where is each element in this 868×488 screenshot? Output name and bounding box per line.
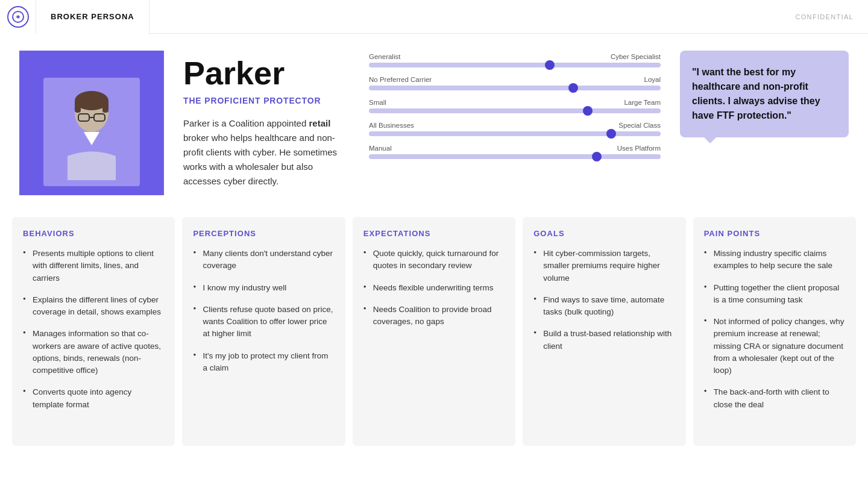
slider-thumb-4 [606, 129, 616, 139]
confidential-label: CONFIDENTIAL [795, 13, 854, 20]
behaviors-list: Presents multiple options to client with… [23, 248, 164, 411]
slider-labels-5: Manual Uses Platform [369, 145, 661, 152]
slider-track-4 [369, 131, 661, 136]
goals-card: GOALS Hit cyber-commission targets, smal… [523, 217, 685, 446]
list-item: Needs flexible underwriting terms [363, 282, 505, 294]
list-item: Clients refuse quote based on price, wan… [193, 304, 334, 340]
slider-right-2: Loyal [644, 76, 661, 83]
list-item: It's my job to protect my client from a … [193, 350, 334, 375]
list-item: The back-and-forth with client to close … [704, 386, 845, 411]
expectations-card: EXPECTATIONS Quote quickly, quick turnar… [353, 217, 515, 446]
slider-right-1: Cyber Specialist [611, 53, 661, 60]
slider-thumb-1 [545, 60, 555, 70]
slider-labels-3: Small Large Team [369, 99, 661, 106]
behaviors-title: BEHAVIORS [23, 229, 164, 238]
slider-labels-4: All Businesses Special Class [369, 122, 661, 129]
header-title: BROKER PERSONA [51, 12, 134, 21]
persona-description: Parker is a Coalition appointed retail b… [183, 116, 338, 189]
slider-row-5: Manual Uses Platform [369, 145, 661, 159]
cards-row: BEHAVIORS Presents multiple options to c… [0, 207, 868, 458]
slider-labels-1: Generalist Cyber Specialist [369, 53, 661, 60]
list-item: Explains the different lines of cyber co… [23, 294, 164, 319]
slider-left-3: Small [369, 99, 386, 106]
logo-icon [7, 6, 29, 28]
list-item: Hit cyber-commission targets, smaller pr… [533, 248, 675, 284]
slider-row-3: Small Large Team [369, 99, 661, 113]
hero-section: Parker THE PROFICIENT PROTECTOR Parker i… [0, 34, 868, 207]
list-item: Not informed of policy changes, why prem… [704, 316, 845, 377]
pain-points-card: PAIN POINTS Missing industry specific cl… [693, 217, 856, 446]
list-item: Many clients don't understand cyber cove… [193, 248, 334, 272]
slider-thumb-2 [568, 83, 578, 93]
perceptions-list: Many clients don't understand cyber cove… [193, 248, 334, 374]
svg-rect-5 [102, 101, 108, 113]
slider-right-3: Large Team [624, 99, 661, 106]
persona-subtitle: THE PROFICIENT PROTECTOR [183, 96, 338, 105]
slider-thumb-3 [583, 106, 593, 116]
quote-bubble: "I want the best for my healthcare and n… [680, 51, 849, 137]
logo-area [0, 0, 36, 34]
slider-track-5 [369, 154, 661, 159]
slider-right-5: Uses Platform [617, 145, 661, 152]
slider-left-5: Manual [369, 145, 392, 152]
svg-point-1 [17, 16, 19, 18]
expectations-title: EXPECTATIONS [363, 229, 505, 238]
slider-row-4: All Businesses Special Class [369, 122, 661, 136]
list-item: I know my industry well [193, 282, 334, 294]
list-item: Manages information so that co-workers a… [23, 328, 164, 377]
behaviors-card: BEHAVIORS Presents multiple options to c… [12, 217, 175, 446]
list-item: Putting together the client proposal is … [704, 282, 845, 307]
slider-track-3 [369, 108, 661, 113]
slider-left-2: No Preferred Carrier [369, 76, 432, 83]
slider-labels-2: No Preferred Carrier Loyal [369, 76, 661, 83]
svg-rect-4 [75, 101, 81, 113]
pain-points-list: Missing industry specific claims example… [704, 248, 845, 411]
persona-photo [19, 51, 164, 195]
pain-points-title: PAIN POINTS [704, 229, 845, 238]
slider-row-1: Generalist Cyber Specialist [369, 53, 661, 67]
perceptions-title: PERCEPTIONS [193, 229, 334, 238]
list-item: Build a trust-based relationship with cl… [533, 328, 675, 352]
list-item: Quote quickly, quick turnaround for quot… [363, 248, 505, 272]
slider-right-4: Special Class [618, 122, 661, 129]
persona-name: Parker [183, 55, 338, 91]
sliders-section: Generalist Cyber Specialist No Preferred… [357, 51, 673, 167]
list-item: Presents multiple options to client with… [23, 248, 164, 284]
slider-row-2: No Preferred Carrier Loyal [369, 76, 661, 90]
expectations-list: Quote quickly, quick turnaround for quot… [363, 248, 505, 328]
slider-left-4: All Businesses [369, 122, 414, 129]
list-item: Missing industry specific claims example… [704, 248, 845, 272]
header: BROKER PERSONA CONFIDENTIAL [0, 0, 868, 34]
slider-track-2 [369, 86, 661, 90]
slider-thumb-5 [592, 152, 602, 161]
list-item: Needs Coalition to provide broad coverag… [363, 304, 505, 328]
persona-photo-inner [43, 78, 140, 186]
list-item: Find ways to save time, automate tasks (… [533, 294, 675, 319]
list-item: Converts quote into agency template form… [23, 386, 164, 411]
slider-track-1 [369, 63, 661, 67]
goals-list: Hit cyber-commission targets, smaller pr… [533, 248, 675, 352]
header-title-area: BROKER PERSONA [36, 0, 149, 34]
goals-title: GOALS [533, 229, 675, 238]
quote-text: "I want the best for my healthcare and n… [692, 67, 820, 120]
persona-info: Parker THE PROFICIENT PROTECTOR Parker i… [164, 51, 357, 193]
slider-left-1: Generalist [369, 53, 400, 60]
perceptions-card: PERCEPTIONS Many clients don't understan… [182, 217, 345, 446]
